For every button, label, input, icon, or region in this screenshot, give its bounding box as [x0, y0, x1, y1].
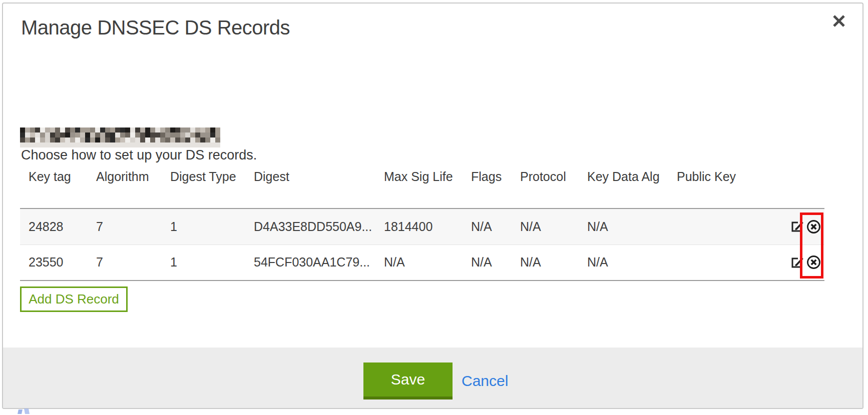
table-row: 24828 7 1 D4A33E8DD550A9... 1814400 N/A … [20, 208, 824, 244]
cell-key-tag: 24828 [20, 208, 88, 244]
cell-key-data-alg: N/A [579, 244, 668, 280]
col-header-algorithm: Algorithm [88, 166, 162, 208]
dialog-footer: Save Cancel [3, 348, 862, 408]
cell-digest: D4A33E8DD550A9... [245, 208, 375, 244]
cell-max-sig-life: 1814400 [375, 208, 463, 244]
col-header-key-data-alg: Key Data Alg [579, 166, 668, 208]
circle-x-icon [806, 254, 821, 270]
cell-max-sig-life: N/A [375, 244, 463, 280]
redacted-domain-name [20, 128, 220, 148]
cell-algorithm: 7 [88, 244, 162, 280]
col-header-key-tag: Key tag [20, 166, 88, 208]
table-row: 23550 7 1 54FCF030AA1C79... N/A N/A N/A … [20, 244, 824, 280]
cell-flags: N/A [463, 208, 512, 244]
cell-flags: N/A [463, 244, 512, 280]
cell-public-key [668, 244, 773, 280]
edit-record-button[interactable] [790, 220, 804, 234]
col-header-actions [773, 166, 824, 208]
ds-records-table: Key tag Algorithm Digest Type Digest Max… [20, 166, 824, 281]
page-background-artifact [18, 408, 30, 414]
dialog-title: Manage DNSSEC DS Records [21, 16, 290, 39]
cell-digest-type: 1 [162, 244, 245, 280]
col-header-protocol: Protocol [512, 166, 579, 208]
row-actions [773, 244, 824, 280]
cell-algorithm: 7 [88, 208, 162, 244]
manage-dnssec-dialog: Manage DNSSEC DS Records Choose how to s… [2, 2, 863, 409]
cell-key-tag: 23550 [20, 244, 88, 280]
pencil-square-icon [790, 256, 804, 270]
col-header-max-sig-life: Max Sig Life [375, 166, 463, 208]
edit-record-button[interactable] [790, 256, 804, 270]
pencil-square-icon [790, 220, 804, 234]
cell-public-key [668, 208, 773, 244]
circle-x-icon [806, 219, 821, 234]
cell-digest: 54FCF030AA1C79... [245, 244, 375, 280]
col-header-public-key: Public Key [668, 166, 773, 208]
close-button[interactable] [830, 12, 847, 30]
cell-digest-type: 1 [162, 208, 245, 244]
cell-key-data-alg: N/A [579, 208, 668, 244]
col-header-digest-type: Digest Type [162, 166, 245, 208]
table-header-row: Key tag Algorithm Digest Type Digest Max… [20, 166, 824, 208]
col-header-digest: Digest [245, 166, 375, 208]
col-header-flags: Flags [463, 166, 512, 208]
dialog-subtitle: Choose how to set up your DS records. [21, 148, 257, 163]
cell-protocol: N/A [512, 244, 579, 280]
save-button[interactable]: Save [363, 362, 453, 400]
delete-record-button[interactable] [806, 219, 821, 234]
row-actions [773, 208, 824, 244]
cancel-link[interactable]: Cancel [462, 368, 508, 394]
delete-record-button[interactable] [806, 254, 821, 270]
add-ds-record-button[interactable]: Add DS Record [20, 286, 128, 312]
close-icon [832, 14, 846, 28]
cell-protocol: N/A [512, 208, 579, 244]
